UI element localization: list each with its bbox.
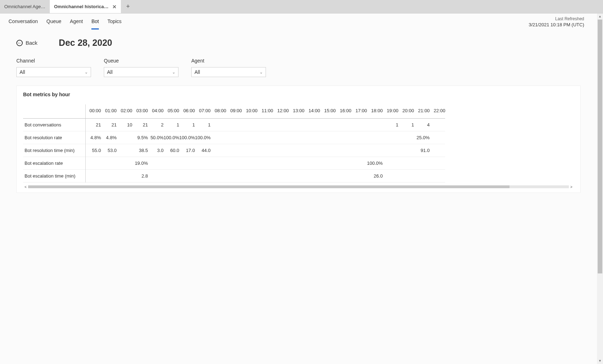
table-row: Bot conversations212110212111114 bbox=[23, 119, 445, 131]
metric-cell bbox=[242, 157, 257, 170]
close-icon[interactable]: ✕ bbox=[112, 4, 117, 10]
app-tab[interactable]: Omnichannel Age… bbox=[0, 0, 50, 13]
table-row: Bot resolution time (min)55.053.038.53.0… bbox=[23, 144, 445, 157]
filter-label: Queue bbox=[104, 58, 178, 64]
metric-cell bbox=[289, 119, 304, 131]
metric-cell bbox=[351, 157, 367, 170]
metric-label: Bot resolution time (min) bbox=[23, 144, 85, 157]
metric-cell bbox=[320, 119, 336, 131]
scroll-left-icon[interactable]: < bbox=[23, 185, 28, 189]
back-button[interactable]: Back bbox=[16, 40, 37, 46]
tab-bot[interactable]: Bot bbox=[91, 15, 99, 29]
metric-cell bbox=[257, 131, 273, 144]
filter-select-agent[interactable]: All⌄ bbox=[191, 67, 266, 77]
metric-cell bbox=[164, 157, 179, 170]
metric-cell: 9.5% bbox=[132, 131, 148, 144]
metric-cell bbox=[289, 131, 304, 144]
metric-cell bbox=[179, 157, 195, 170]
metric-cell bbox=[226, 131, 242, 144]
scroll-down-icon[interactable]: ▼ bbox=[597, 358, 603, 364]
hour-header: 03:00 bbox=[132, 104, 148, 119]
metric-cell: 26.0 bbox=[367, 170, 383, 183]
scroll-up-icon[interactable]: ▲ bbox=[597, 13, 603, 20]
card-title: Bot metrics by hour bbox=[23, 92, 574, 97]
metric-cell bbox=[336, 170, 351, 183]
metric-cell bbox=[289, 170, 304, 183]
metric-cell bbox=[429, 131, 445, 144]
metric-cell bbox=[117, 144, 132, 157]
metric-label: Bot escalation rate bbox=[23, 157, 85, 170]
back-label: Back bbox=[26, 40, 37, 46]
metric-cell: 44.0 bbox=[195, 144, 210, 157]
hour-header: 06:00 bbox=[179, 104, 195, 119]
horizontal-scrollbar[interactable]: < > bbox=[23, 185, 574, 189]
metric-cell: 2.8 bbox=[132, 170, 148, 183]
metric-cell bbox=[320, 157, 336, 170]
back-arrow-icon bbox=[16, 40, 23, 46]
tab-queue[interactable]: Queue bbox=[47, 15, 62, 29]
metric-cell bbox=[273, 131, 289, 144]
filter-label: Channel bbox=[16, 58, 91, 64]
metric-cell bbox=[383, 170, 398, 183]
tab-topics[interactable]: Topics bbox=[107, 15, 122, 29]
hour-header: 11:00 bbox=[257, 104, 273, 119]
new-tab-button[interactable]: + bbox=[121, 0, 135, 13]
hour-header: 10:00 bbox=[242, 104, 257, 119]
metric-cell bbox=[304, 157, 320, 170]
filter-select-channel[interactable]: All⌄ bbox=[16, 67, 91, 77]
metric-cell bbox=[210, 170, 226, 183]
metric-cell: 25.0% bbox=[414, 131, 429, 144]
metric-cell bbox=[351, 119, 367, 131]
metric-cell: 38.5 bbox=[132, 144, 148, 157]
metric-cell bbox=[117, 131, 132, 144]
metric-cell: 1 bbox=[179, 119, 195, 131]
metric-cell: 55.0 bbox=[85, 144, 101, 157]
metric-cell bbox=[195, 157, 210, 170]
tab-bar: Omnichannel Age…Omnichannel historical a… bbox=[0, 0, 603, 13]
metric-cell bbox=[304, 131, 320, 144]
metric-cell bbox=[195, 170, 210, 183]
metric-cell bbox=[242, 119, 257, 131]
metric-cell bbox=[398, 157, 414, 170]
metric-cell bbox=[289, 157, 304, 170]
metric-label: Bot resolution rate bbox=[23, 131, 85, 144]
table-row: Bot escalation time (min)2.826.0 bbox=[23, 170, 445, 183]
metric-label: Bot escalation time (min) bbox=[23, 170, 85, 183]
filter-select-queue[interactable]: All⌄ bbox=[104, 67, 178, 77]
hour-header: 09:00 bbox=[226, 104, 242, 119]
metric-cell bbox=[257, 144, 273, 157]
pivot-nav: ConversationQueueAgentBotTopics Last Ref… bbox=[0, 13, 597, 31]
scroll-right-icon[interactable]: > bbox=[569, 185, 574, 189]
metric-cell: 21 bbox=[101, 119, 117, 131]
metric-cell bbox=[289, 144, 304, 157]
metric-cell: 4 bbox=[414, 119, 429, 131]
hour-header: 21:00 bbox=[414, 104, 429, 119]
metric-cell bbox=[320, 144, 336, 157]
tab-agent[interactable]: Agent bbox=[70, 15, 83, 29]
metric-cell bbox=[304, 144, 320, 157]
tab-conversation[interactable]: Conversation bbox=[9, 15, 38, 29]
hour-header: 00:00 bbox=[85, 104, 101, 119]
grid-corner bbox=[23, 104, 85, 119]
hour-header: 20:00 bbox=[398, 104, 414, 119]
hour-header: 08:00 bbox=[210, 104, 226, 119]
metric-cell bbox=[257, 157, 273, 170]
app-tab[interactable]: Omnichannel historical an…✕ bbox=[50, 0, 121, 13]
metric-cell bbox=[101, 157, 117, 170]
metric-cell bbox=[210, 144, 226, 157]
metric-cell: 1 bbox=[398, 119, 414, 131]
metric-cell bbox=[257, 170, 273, 183]
metrics-card: Bot metrics by hour 00:0001:0002:0003:00… bbox=[16, 86, 581, 193]
metric-cell bbox=[226, 119, 242, 131]
vertical-scrollbar-thumb[interactable] bbox=[598, 20, 602, 273]
metric-cell bbox=[210, 157, 226, 170]
metric-cell bbox=[148, 170, 164, 183]
hour-header: 18:00 bbox=[367, 104, 383, 119]
horizontal-scrollbar-thumb[interactable] bbox=[28, 185, 509, 188]
table-row: Bot resolution rate4.8%4.8%9.5%50.0%100.… bbox=[23, 131, 445, 144]
metric-cell bbox=[429, 144, 445, 157]
vertical-scrollbar[interactable]: ▲ ▼ bbox=[597, 13, 603, 364]
app-tab-label: Omnichannel Age… bbox=[4, 4, 46, 9]
metric-cell bbox=[210, 119, 226, 131]
metrics-grid: 00:0001:0002:0003:0004:0005:0006:0007:00… bbox=[23, 104, 574, 183]
